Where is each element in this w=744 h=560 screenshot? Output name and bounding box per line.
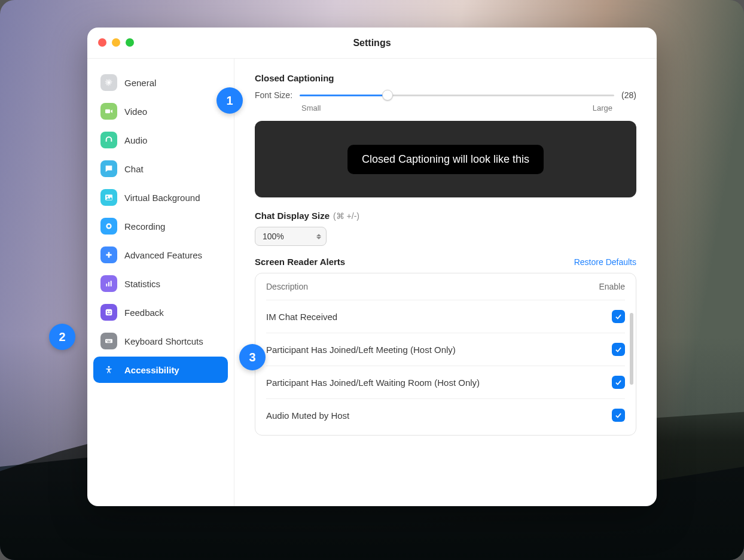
chat-display-size-title: Chat Display Size xyxy=(255,211,330,221)
chat-icon xyxy=(100,160,117,177)
caption-preview-text: Closed Captioning will look like this xyxy=(347,145,544,174)
svg-rect-16 xyxy=(108,340,109,341)
alert-row: Audio Muted by Host xyxy=(266,398,625,431)
stepper-chevrons-icon xyxy=(316,234,321,239)
alerts-scrollbar[interactable] xyxy=(630,313,633,385)
sidebar-item-label: General xyxy=(124,78,156,88)
font-size-min-label: Small xyxy=(301,104,321,112)
svg-rect-18 xyxy=(107,342,110,342)
sidebar-item-advanced[interactable]: Advanced Features xyxy=(93,242,228,268)
closed-captioning-title: Closed Captioning xyxy=(255,73,636,83)
sidebar-item-audio[interactable]: Audio xyxy=(93,127,228,153)
plus-icon xyxy=(100,246,117,263)
sidebar-item-label: Chat xyxy=(124,164,144,174)
sidebar-item-general[interactable]: General xyxy=(93,69,228,96)
annotation-badge-1: 1 xyxy=(217,87,243,114)
video-icon xyxy=(100,103,117,120)
settings-window: Settings GeneralVideoAudioChatVirtual Ba… xyxy=(87,28,657,506)
sidebar-item-label: Accessibility xyxy=(124,365,179,375)
svg-rect-11 xyxy=(106,309,112,316)
svg-point-5 xyxy=(108,225,111,228)
sidebar-item-label: Virtual Background xyxy=(124,193,200,203)
chat-display-size-dropdown[interactable]: 100% xyxy=(255,227,327,246)
window-titlebar: Settings xyxy=(87,28,657,59)
sidebar-item-label: Recording xyxy=(124,221,165,232)
annotation-badge-2: 2 xyxy=(49,324,75,350)
svg-rect-7 xyxy=(106,254,111,256)
svg-rect-17 xyxy=(109,340,110,341)
alert-row: Participant Has Joined/Left Meeting (Hos… xyxy=(266,333,625,366)
font-size-value: (28) xyxy=(621,90,636,100)
svg-point-19 xyxy=(108,366,109,368)
sidebar-item-keyboard[interactable]: Keyboard Shortcuts xyxy=(93,328,228,354)
restore-defaults-link[interactable]: Restore Defaults xyxy=(574,257,636,267)
sidebar-item-statistics[interactable]: Statistics xyxy=(93,270,228,297)
screen-reader-alerts-title: Screen Reader Alerts xyxy=(255,257,345,267)
alert-description: Participant Has Joined/Left Waiting Room… xyxy=(266,378,612,388)
font-size-slider[interactable] xyxy=(300,89,614,101)
sidebar-item-feedback[interactable]: Feedback xyxy=(93,299,228,325)
smile-icon xyxy=(100,304,117,321)
close-window-button[interactable] xyxy=(98,38,106,47)
svg-rect-1 xyxy=(105,109,110,114)
sidebar-item-virtual-bg[interactable]: Virtual Background xyxy=(93,184,228,211)
alerts-column-enable: Enable xyxy=(583,282,625,291)
font-size-max-label: Large xyxy=(593,104,612,112)
caption-preview-area: Closed Captioning will look like this xyxy=(255,121,636,197)
record-icon xyxy=(100,218,117,235)
sidebar-item-chat[interactable]: Chat xyxy=(93,156,228,182)
font-size-label: Font Size: xyxy=(255,90,292,100)
keyboard-icon xyxy=(100,333,117,349)
sidebar-item-label: Advanced Features xyxy=(124,250,202,260)
window-controls xyxy=(98,38,134,47)
headset-icon xyxy=(100,132,117,148)
image-icon xyxy=(100,189,117,206)
alert-description: Participant Has Joined/Left Meeting (Hos… xyxy=(266,345,612,355)
enable-alert-checkbox[interactable] xyxy=(612,409,625,422)
svg-point-13 xyxy=(109,311,111,312)
settings-content: Closed Captioning Font Size: (28) Small … xyxy=(234,59,657,506)
alert-row: Participant Has Joined/Left Waiting Room… xyxy=(266,366,625,398)
svg-rect-15 xyxy=(106,340,107,341)
alerts-column-description: Description xyxy=(266,282,583,291)
alert-row: IM Chat Received xyxy=(266,300,625,333)
accessibility-icon xyxy=(100,361,117,378)
annotation-badge-3: 3 xyxy=(239,344,266,370)
svg-point-3 xyxy=(106,196,108,197)
minimize-window-button[interactable] xyxy=(112,38,120,47)
gear-icon xyxy=(100,74,117,91)
sidebar-item-label: Keyboard Shortcuts xyxy=(124,336,203,346)
chat-display-size-hint: (⌘ +/-) xyxy=(333,211,359,221)
sidebar-item-accessibility[interactable]: Accessibility xyxy=(93,357,228,383)
sidebar-item-label: Feedback xyxy=(124,308,164,318)
settings-sidebar: GeneralVideoAudioChatVirtual BackgroundR… xyxy=(87,59,234,506)
enable-alert-checkbox[interactable] xyxy=(612,376,625,389)
sidebar-item-recording[interactable]: Recording xyxy=(93,213,228,239)
svg-rect-8 xyxy=(106,284,107,287)
sidebar-item-video[interactable]: Video xyxy=(93,98,228,124)
enable-alert-checkbox[interactable] xyxy=(612,343,625,356)
alert-description: Audio Muted by Host xyxy=(266,410,612,421)
sidebar-item-label: Statistics xyxy=(124,279,160,289)
enable-alert-checkbox[interactable] xyxy=(612,310,625,323)
sidebar-item-label: Video xyxy=(124,106,147,117)
sidebar-item-label: Audio xyxy=(124,135,147,145)
zoom-window-button[interactable] xyxy=(126,38,134,47)
svg-rect-9 xyxy=(108,282,109,286)
svg-rect-10 xyxy=(111,281,112,286)
screen-reader-alerts-table: Description Enable IM Chat ReceivedParti… xyxy=(255,273,636,436)
alert-description: IM Chat Received xyxy=(266,312,612,322)
svg-point-12 xyxy=(107,311,108,312)
chat-display-size-value: 100% xyxy=(263,232,284,241)
bars-icon xyxy=(100,275,117,292)
window-title: Settings xyxy=(353,38,391,48)
